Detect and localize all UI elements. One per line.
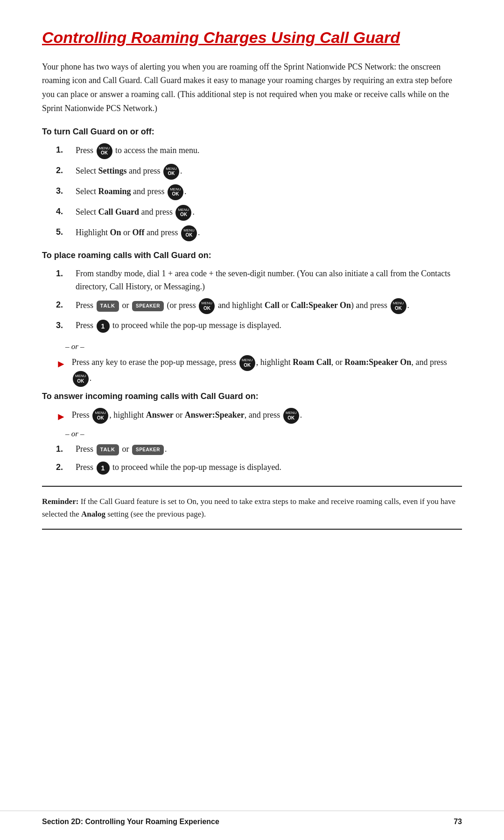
one-button-icon: 1: [97, 462, 110, 475]
menu-ok-icon: MENUOK: [199, 298, 215, 314]
bullet-arrow-icon: ►: [56, 408, 66, 425]
speaker-button-icon: SPEAKER: [132, 301, 164, 311]
bullet-arrow-icon: ►: [56, 356, 66, 372]
list-item: 3. Press 1 to proceed while the pop-up m…: [56, 319, 462, 333]
list-item: 3. Select Roaming and press MENUOK.: [56, 184, 462, 200]
list-item: 1. Press MENUOK to access the main menu.: [56, 143, 462, 159]
menu-ok-icon: MENUOK: [97, 143, 112, 159]
list-item: 2. Press 1 to proceed while the pop-up m…: [56, 461, 462, 475]
bullet-item-1: ► Press any key to erase the pop-up mess…: [56, 355, 462, 387]
bullet-item-2: ► Press MENUOK, highlight Answer or Answ…: [56, 408, 462, 425]
reminder-analog: Analog: [81, 510, 105, 518]
menu-ok-icon: MENUOK: [239, 355, 255, 371]
section3-list: 1. Press TALK or SPEAKER. 2. Press 1 to …: [56, 442, 462, 475]
intro-paragraph: Your phone has two ways of alerting you …: [42, 60, 462, 116]
list-item: 2. Press TALK or SPEAKER (or press MENUO…: [56, 298, 462, 314]
list-item: 1. Press TALK or SPEAKER.: [56, 442, 462, 456]
menu-ok-icon: MENUOK: [168, 184, 183, 200]
talk-button-icon: TALK: [97, 301, 119, 312]
section3-heading: To answer incoming roaming calls with Ca…: [42, 392, 462, 401]
section2-list: 1. From standby mode, dial 1 + area code…: [56, 267, 462, 333]
page-title: Controlling Roaming Charges Using Call G…: [42, 28, 462, 47]
list-item: 4. Select Call Guard and press MENUOK.: [56, 205, 462, 221]
reminder-end: setting (see the previous page).: [105, 510, 206, 518]
section1-heading: To turn Call Guard on or off:: [42, 127, 462, 137]
menu-ok-icon: MENUOK: [391, 298, 406, 314]
list-item: 1. From standby mode, dial 1 + area code…: [56, 267, 462, 294]
list-item: 5. Highlight On or Off and press MENUOK.: [56, 225, 462, 241]
menu-ok-icon: MENUOK: [283, 408, 299, 424]
or-divider-1: – or –: [65, 342, 462, 351]
or-divider-2: – or –: [65, 429, 462, 439]
page-footer: Section 2D: Controlling Your Roaming Exp…: [0, 811, 504, 826]
footer-page-number: 73: [454, 818, 462, 826]
footer-section-label: Section 2D: Controlling Your Roaming Exp…: [42, 818, 219, 826]
menu-ok-icon: MENUOK: [181, 225, 197, 241]
reminder-box: Reminder: If the Call Guard feature is s…: [42, 486, 462, 530]
reminder-label: Reminder:: [42, 497, 78, 506]
one-button-icon: 1: [97, 320, 110, 333]
speaker-button-icon: SPEAKER: [132, 445, 164, 455]
menu-ok-icon: MENUOK: [92, 408, 108, 424]
section2-heading: To place roaming calls with Call Guard o…: [42, 251, 462, 260]
section1-list: 1. Press MENUOK to access the main menu.…: [56, 143, 462, 241]
menu-ok-icon: MENUOK: [175, 205, 191, 221]
list-item: 2. Select Settings and press MENUOK.: [56, 164, 462, 180]
menu-ok-icon: MENUOK: [73, 371, 89, 387]
talk-button-icon: TALK: [97, 444, 119, 455]
menu-ok-icon: MENUOK: [163, 164, 179, 180]
